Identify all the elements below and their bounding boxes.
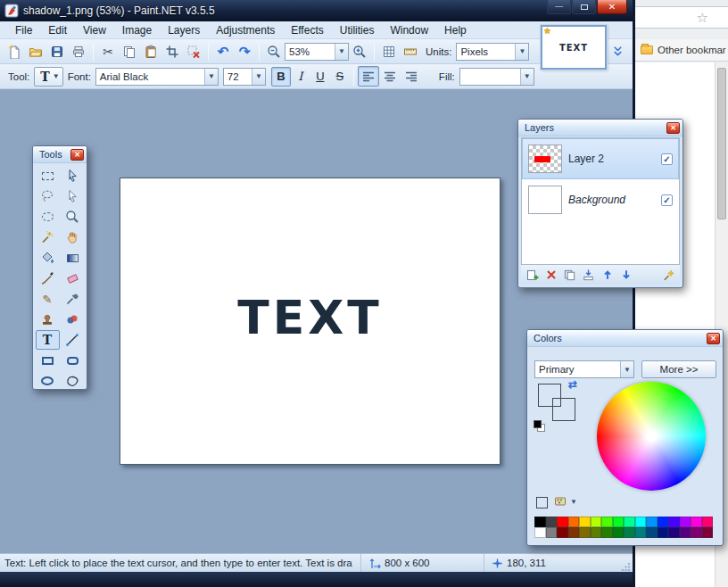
gradient-tool[interactable] [61,248,85,268]
move-selected-pixels-tool[interactable] [61,166,85,186]
open-button[interactable] [25,41,46,62]
palette-swatch[interactable] [601,517,613,527]
pan-tool[interactable] [61,227,85,247]
palette-swatch[interactable] [702,527,714,538]
ellipse-select-tool[interactable] [36,207,60,227]
print-button[interactable] [68,41,89,62]
menu-item[interactable]: Help [436,22,475,38]
units-combo[interactable]: Pixels ▼ [456,43,529,61]
colors-close-button[interactable]: ✕ [707,333,720,344]
palette-menu-icon[interactable] [554,495,568,508]
image-list-expand-button[interactable] [610,41,625,60]
dropdown-arrow-icon[interactable]: ▼ [204,69,218,85]
line-curve-tool[interactable] [61,330,85,350]
move-layer-down-button[interactable] [617,267,634,284]
palette-swatch[interactable] [668,527,680,538]
zoom-level-combo[interactable]: 53% ▼ [285,43,349,61]
minimize-button[interactable]: — [547,0,571,14]
delete-layer-button[interactable] [542,267,559,284]
menu-item[interactable]: Effects [283,22,331,38]
freeform-shape-tool[interactable] [61,371,85,391]
palette-swatch[interactable] [646,527,658,538]
palette-swatch[interactable] [534,527,546,538]
redo-button[interactable]: ↷ [234,41,255,62]
active-tool-button[interactable]: T ▼ [34,67,62,87]
dropdown-arrow-icon[interactable]: ▼ [515,44,528,60]
palette-swatch[interactable] [691,517,702,527]
palette-swatch[interactable] [579,517,591,527]
close-button[interactable]: ✕ [597,0,627,14]
palette-swatch[interactable] [691,527,702,538]
canvas[interactable]: TEXT [120,178,500,465]
duplicate-layer-button[interactable] [561,267,578,284]
menu-item[interactable]: Edit [40,22,75,38]
menu-item[interactable]: Utilities [332,22,383,38]
browser-scrollbar-thumb[interactable] [717,68,726,219]
palette-swatch[interactable] [646,517,658,527]
reset-colors-icon[interactable] [534,420,546,433]
strikethrough-button[interactable]: S [330,67,350,87]
palette-swatch[interactable] [534,517,546,527]
more-button[interactable]: More >> [641,360,716,378]
palette-menu-caret-icon[interactable]: ▼ [570,498,577,506]
text-tool[interactable]: T [36,330,60,350]
new-file-button[interactable] [4,41,25,62]
fill-style-combo[interactable]: ▼ [459,68,534,86]
cut-button[interactable]: ✂ [97,41,119,62]
crop-button[interactable] [161,41,183,62]
zoom-in-button[interactable] [349,41,370,62]
palette-swatch[interactable] [658,517,669,527]
palette-swatch[interactable] [546,517,558,527]
dropdown-arrow-icon[interactable]: ▼ [252,69,265,85]
color-wheel[interactable] [597,382,706,491]
palette-swatch[interactable] [591,527,602,538]
maximize-button[interactable] [572,0,596,14]
primary-color-swatch[interactable] [538,384,561,407]
palette-swatch[interactable] [635,517,647,527]
zoom-tool[interactable] [61,207,85,227]
palette-swatch[interactable] [557,527,568,538]
tools-close-button[interactable]: ✕ [70,149,84,161]
dropdown-arrow-icon[interactable]: ▼ [520,69,534,85]
move-selection-tool[interactable] [61,186,85,206]
layer-row-background[interactable]: Background ✓ [522,179,679,220]
recolor-tool[interactable] [61,310,85,329]
tools-title-bar[interactable]: Tools ✕ [33,146,87,163]
dropdown-arrow-icon[interactable]: ▼ [620,361,633,377]
paint-bucket-tool[interactable] [36,248,60,268]
menu-item[interactable]: Layers [160,22,208,38]
palette-swatch[interactable] [624,517,635,527]
rounded-rectangle-tool[interactable] [61,351,85,370]
palette-swatch[interactable] [546,527,558,538]
layer-row-layer2[interactable]: Layer 2 ✓ [522,138,679,179]
palette-swatch[interactable] [680,527,691,538]
color-mode-combo[interactable]: Primary ▼ [534,360,634,378]
align-right-button[interactable] [401,66,422,87]
other-bookmarks-label[interactable]: Other bookmar [658,45,726,55]
menu-item[interactable]: Image [114,22,160,38]
palette-swatch[interactable] [658,527,669,538]
palette-swatch[interactable] [568,517,580,527]
ellipse-tool[interactable] [36,371,60,391]
palette-swatch[interactable] [568,527,580,538]
italic-button[interactable]: I [291,67,310,87]
align-center-button[interactable] [379,66,401,87]
browser-omnibox[interactable]: ☆ [625,6,728,29]
lasso-select-tool[interactable] [36,186,60,206]
menu-item[interactable]: File [7,22,40,38]
merge-layer-down-button[interactable] [580,267,597,284]
layers-close-button[interactable]: ✕ [666,122,680,134]
bold-button[interactable]: B [271,67,291,87]
align-left-button[interactable] [358,66,379,87]
palette-swatch[interactable] [624,527,635,538]
palette-swatch[interactable] [668,517,680,527]
resize-grip[interactable] [621,562,631,572]
palette-swatch[interactable] [635,527,647,538]
bookmark-star-icon[interactable]: ☆ [697,11,708,24]
font-size-combo[interactable]: 72 ▼ [223,68,266,86]
palette-swatch[interactable] [680,517,691,527]
menu-item[interactable]: Adjustments [208,22,283,38]
copy-button[interactable] [119,41,140,62]
rectangle-select-tool[interactable] [36,166,60,186]
palette-swatch[interactable] [601,527,613,538]
